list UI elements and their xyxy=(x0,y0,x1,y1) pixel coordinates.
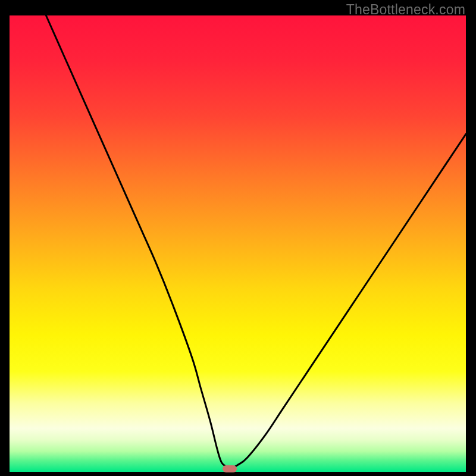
chart-plot-area xyxy=(10,15,466,472)
optimal-point-marker xyxy=(223,465,237,472)
bottleneck-curve xyxy=(10,15,466,472)
